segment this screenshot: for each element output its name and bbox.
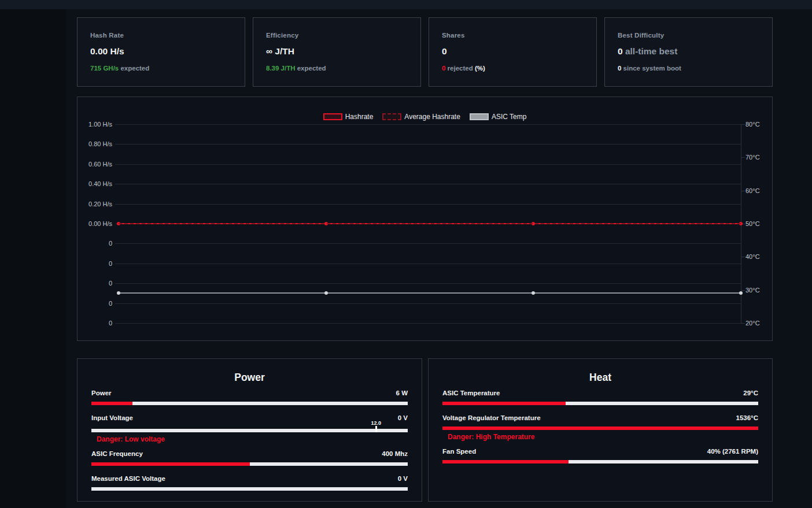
stat-cards-row: Hash Rate0.00 H/s715 GH/s expectedEffici… bbox=[77, 17, 773, 87]
stat-card-best-difficulty: Best Difficulty0 all-time best0 since sy… bbox=[604, 17, 773, 87]
left-axis-tick-label: 0.20 H/s bbox=[77, 200, 112, 208]
stat-card-label: Hash Rate bbox=[90, 32, 232, 39]
right-axis-tick bbox=[741, 191, 745, 191]
right-axis-tick-label: 60°C bbox=[745, 187, 760, 195]
right-axis-tick bbox=[741, 124, 745, 125]
left-axis-tick-label: 0.60 H/s bbox=[77, 160, 112, 168]
stat-card-subtext: 8.39 J/TH expected bbox=[266, 65, 408, 72]
left-gutter bbox=[0, 9, 67, 508]
stat-card-value: ∞ J/TH bbox=[266, 46, 408, 57]
right-axis-tick-label: 20°C bbox=[745, 319, 760, 327]
stat-sub-part: 715 GH/s bbox=[90, 65, 119, 72]
power-panel-body: Power6 WInput Voltage0 V12.0Danger: Low … bbox=[91, 390, 408, 491]
stat-sub-part: (%) bbox=[475, 65, 485, 72]
chart-plot-area: 1.00 H/s0.80 H/s0.60 H/s0.40 H/s0.20 H/s… bbox=[77, 97, 772, 340]
average-hashrate-line bbox=[119, 223, 741, 224]
fan-speed-label: Fan Speed bbox=[442, 448, 476, 455]
stat-sub-part: since system boot bbox=[621, 65, 681, 72]
chart-gridline bbox=[115, 144, 741, 144]
power-bar-fill bbox=[91, 402, 132, 405]
chart-gridline bbox=[115, 243, 741, 244]
measured-asic-voltage-label: Measured ASIC Voltage bbox=[91, 475, 165, 482]
stat-value-part: 0 bbox=[618, 46, 623, 56]
asic-temperature-bar-fill bbox=[442, 402, 566, 405]
voltage-regulator-temperature-bar-fill bbox=[442, 427, 758, 430]
left-axis-tick-label: 0 bbox=[77, 259, 112, 268]
stat-card-efficiency: Efficiency∞ J/TH8.39 J/TH expected bbox=[253, 17, 421, 87]
heat-row-labels-voltage-regulator-temperature: Voltage Regulator Temperature1536°C bbox=[442, 414, 758, 421]
chart-gridline bbox=[115, 124, 741, 125]
stat-card-value: 0 all-time best bbox=[618, 46, 759, 57]
asic-frequency-value: 400 Mhz bbox=[382, 450, 408, 457]
asic-temperature-value: 29°C bbox=[743, 390, 758, 396]
asic-temperature-label: ASIC Temperature bbox=[442, 390, 500, 396]
fan-speed-bar bbox=[442, 460, 758, 463]
input-voltage-danger-text: Danger: Low voltage bbox=[91, 435, 408, 443]
right-axis-tick bbox=[741, 323, 745, 324]
power-row-labels-asic-frequency: ASIC Frequency400 Mhz bbox=[91, 450, 408, 457]
asic-temperature-bar bbox=[442, 402, 758, 405]
measured-asic-voltage-bar bbox=[91, 487, 408, 491]
asic-temp-line bbox=[119, 292, 741, 294]
power-panel-title: Power bbox=[91, 371, 408, 384]
chart-gridline bbox=[115, 164, 741, 165]
right-axis-tick-label: 40°C bbox=[745, 253, 760, 261]
fan-speed-bar-fill bbox=[442, 460, 569, 463]
heat-row-labels-fan-speed: Fan Speed40% (2761 RPM) bbox=[442, 448, 758, 455]
power-bar bbox=[91, 402, 408, 405]
data-point bbox=[532, 291, 535, 295]
left-axis-tick-label: 0.40 H/s bbox=[77, 180, 112, 188]
heat-row-labels-asic-temperature: ASIC Temperature29°C bbox=[442, 390, 758, 396]
stat-value-part: ∞ J/TH bbox=[266, 46, 294, 56]
voltage-regulator-temperature-bar bbox=[442, 427, 758, 430]
input-voltage-value: 0 V bbox=[398, 414, 408, 421]
asic-frequency-label: ASIC Frequency bbox=[91, 450, 143, 457]
measured-asic-voltage-value: 0 V bbox=[398, 475, 408, 482]
power-row-labels-input-voltage: Input Voltage0 V bbox=[91, 414, 408, 421]
stat-sub-part: 8.39 J/TH bbox=[266, 65, 296, 72]
right-axis-tick-label: 70°C bbox=[745, 153, 760, 161]
left-axis-tick-label: 0 bbox=[77, 319, 112, 327]
right-axis-tick-label: 80°C bbox=[745, 120, 760, 128]
left-axis-tick-label: 0 bbox=[77, 239, 112, 247]
chart-gridline bbox=[115, 283, 741, 284]
stat-value-part: 0.00 H/s bbox=[90, 46, 124, 56]
stat-card-shares: Shares00 rejected (%) bbox=[429, 17, 597, 87]
input-voltage-marker-tick bbox=[375, 426, 377, 432]
power-label: Power bbox=[91, 390, 112, 396]
stat-card-subtext: 0 since system boot bbox=[618, 65, 759, 72]
left-axis-tick-label: 0.00 H/s bbox=[77, 220, 112, 228]
input-voltage-bar: 12.0 bbox=[91, 429, 408, 432]
data-point bbox=[324, 291, 328, 295]
voltage-regulator-temperature-label: Voltage Regulator Temperature bbox=[442, 414, 541, 421]
left-axis-tick-label: 1.00 H/s bbox=[77, 120, 112, 128]
power-value: 6 W bbox=[396, 390, 408, 396]
stat-card-value: 0 bbox=[442, 46, 584, 57]
asic-frequency-bar bbox=[91, 462, 408, 466]
power-row-labels-measured-asic-voltage: Measured ASIC Voltage0 V bbox=[91, 475, 408, 482]
input-voltage-label: Input Voltage bbox=[91, 414, 133, 421]
stat-value-part: 0 bbox=[442, 46, 447, 56]
heat-panel: Heat ASIC Temperature29°CVoltage Regulat… bbox=[428, 358, 773, 502]
stat-card-label: Best Difficulty bbox=[618, 32, 759, 39]
fan-speed-value: 40% (2761 RPM) bbox=[707, 448, 758, 455]
left-axis-tick-label: 0.80 H/s bbox=[77, 140, 112, 148]
stat-sub-part: expected bbox=[119, 65, 149, 72]
stat-value-part: all-time best bbox=[623, 46, 678, 56]
stat-sub-part: rejected bbox=[445, 65, 475, 72]
top-bar bbox=[0, 0, 812, 9]
data-point bbox=[739, 291, 743, 295]
right-axis-tick bbox=[741, 290, 745, 291]
power-panel: Power Power6 WInput Voltage0 V12.0Danger… bbox=[77, 358, 422, 502]
stat-card-hash-rate: Hash Rate0.00 H/s715 GH/s expected bbox=[77, 17, 245, 87]
hashrate-chart-panel: HashrateAverage HashrateASIC Temp 1.00 H… bbox=[77, 97, 773, 341]
stat-sub-part: expected bbox=[296, 65, 326, 72]
input-voltage-marker-label: 12.0 bbox=[371, 420, 382, 426]
voltage-regulator-temperature-danger-text: Danger: High Temperature bbox=[442, 433, 758, 441]
chart-gridline bbox=[115, 184, 741, 184]
data-point bbox=[117, 291, 120, 295]
stat-card-label: Shares bbox=[442, 32, 584, 39]
stat-card-subtext: 715 GH/s expected bbox=[90, 65, 232, 72]
stat-card-value: 0.00 H/s bbox=[90, 46, 232, 57]
chart-gridline bbox=[115, 204, 741, 205]
